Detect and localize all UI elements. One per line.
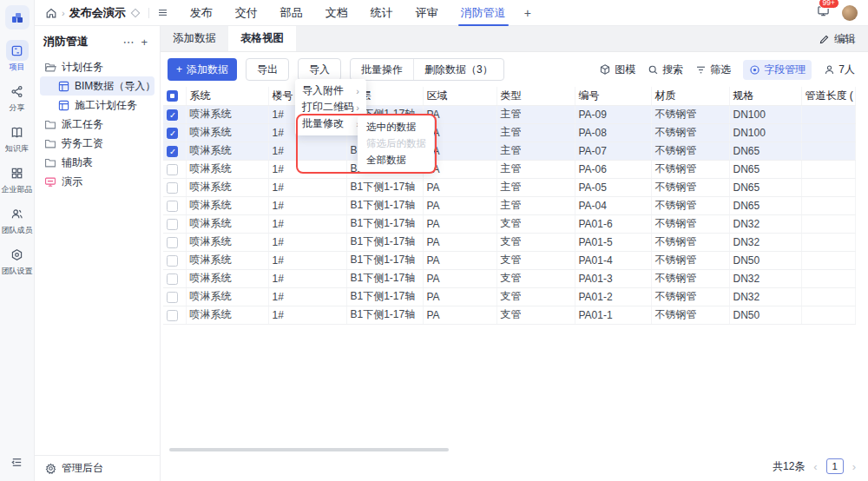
column-header-0[interactable]: 系统 <box>186 87 268 105</box>
tree-item-label: 派工任务 <box>62 117 103 132</box>
cell <box>801 105 855 123</box>
add-data-button[interactable]: + 添加数据 <box>168 58 237 81</box>
row-select-cell[interactable] <box>163 306 186 324</box>
top-nav-item-0[interactable]: 发布 <box>179 0 224 26</box>
tool-2[interactable]: 筛选 <box>695 63 731 77</box>
submenu-item-0[interactable]: 选中的数据 <box>358 119 434 135</box>
tool-1[interactable]: 搜索 <box>648 63 683 77</box>
rail-item-4[interactable]: 团队成员 <box>2 203 33 236</box>
column-header-8[interactable]: 管道长度 ( <box>801 87 855 105</box>
tree-item-1[interactable]: BIM数据（导入） <box>40 76 155 96</box>
row-checkbox[interactable] <box>167 182 178 194</box>
top-nav-item-2[interactable]: 部品 <box>269 0 314 26</box>
menu-item-0[interactable]: 导入附件› <box>295 82 366 99</box>
notification-button[interactable]: 99+ <box>817 4 830 21</box>
import-button[interactable]: 导入 <box>298 58 341 81</box>
next-page-button[interactable]: › <box>852 460 856 473</box>
column-header-7[interactable]: 规格 <box>729 87 801 105</box>
table-icon <box>58 100 69 111</box>
rail-item-label: 团队设置 <box>2 266 33 277</box>
row-checkbox[interactable] <box>167 146 178 157</box>
top-nav-item-3[interactable]: 文档 <box>314 0 359 26</box>
tree-item-5[interactable]: 辅助表 <box>40 153 155 172</box>
top-nav-item-6[interactable]: 消防管道 <box>450 0 517 26</box>
row-select-cell[interactable] <box>163 287 186 306</box>
app-logo[interactable] <box>5 5 30 30</box>
team-settings-icon <box>6 244 29 265</box>
total-count: 共12条 <box>773 459 805 474</box>
tree-item-4[interactable]: 劳务工资 <box>40 134 155 153</box>
rail-item-5[interactable]: 团队设置 <box>2 244 33 277</box>
add-module-button[interactable]: + <box>517 6 538 20</box>
row-checkbox[interactable] <box>167 164 178 175</box>
submenu-item-2[interactable]: 全部数据 <box>358 152 434 168</box>
export-button[interactable]: 导出 <box>246 58 289 81</box>
batch-operation-button[interactable]: 批量操作 <box>351 59 413 80</box>
sidebar-more-button[interactable]: ⋯ <box>119 36 137 49</box>
rail-item-3[interactable]: 企业部品 <box>2 162 33 195</box>
row-select-cell[interactable] <box>163 123 186 142</box>
row-select-cell[interactable] <box>163 233 186 251</box>
menu-item-2[interactable]: 批量修改› <box>295 115 366 132</box>
menu-item-1[interactable]: 打印二维码› <box>295 99 366 115</box>
tool-0[interactable]: 图模 <box>599 63 635 77</box>
row-select-cell[interactable] <box>163 142 186 160</box>
column-header-6[interactable]: 材质 <box>651 87 729 105</box>
tree-item-2[interactable]: 施工计划任务 <box>40 96 155 115</box>
select-all-checkbox[interactable] <box>167 90 178 102</box>
sidebar-add-button[interactable]: + <box>137 36 151 49</box>
page-number[interactable]: 1 <box>826 458 844 474</box>
row-checkbox[interactable] <box>167 292 178 303</box>
row-checkbox[interactable] <box>167 237 178 248</box>
project-name[interactable]: 发布会演示 <box>69 5 126 21</box>
row-select-cell[interactable] <box>163 196 186 214</box>
cell: PA-07 <box>575 142 651 160</box>
row-select-cell[interactable] <box>163 160 186 178</box>
top-nav-item-5[interactable]: 评审 <box>404 0 450 26</box>
horizontal-scrollbar[interactable] <box>169 448 449 451</box>
delete-data-button[interactable]: 删除数据（3） <box>413 59 503 80</box>
hamburger-icon[interactable] <box>157 7 168 18</box>
home-icon[interactable] <box>45 7 57 19</box>
row-checkbox[interactable] <box>167 310 178 321</box>
tool-3[interactable]: 字段管理 <box>743 60 812 80</box>
collapse-sidebar-button[interactable] <box>10 456 23 472</box>
rail-item-2[interactable]: 知识库 <box>5 122 29 155</box>
top-nav-item-1[interactable]: 交付 <box>224 0 269 26</box>
column-header-5[interactable]: 编号 <box>575 87 651 105</box>
prev-page-button[interactable]: ‹ <box>813 460 817 473</box>
tool-4[interactable]: 7人 <box>824 63 855 77</box>
row-checkbox[interactable] <box>167 273 178 285</box>
user-avatar[interactable] <box>842 5 858 21</box>
row-select-cell[interactable] <box>163 269 186 287</box>
edit-button[interactable]: 编辑 <box>819 26 856 52</box>
tree-item-6[interactable]: 演示 <box>40 172 155 191</box>
column-header-4[interactable]: 类型 <box>496 87 575 105</box>
row-checkbox[interactable] <box>167 255 178 267</box>
cell <box>801 160 855 178</box>
tab-1[interactable]: 表格视图 <box>228 26 296 51</box>
rail-item-0[interactable]: 项目 <box>6 40 29 73</box>
table-row-7: 喷淋系统1#B1下侧1-17轴PA支管PA01-5不锈钢管DN32 <box>163 233 855 251</box>
row-checkbox[interactable] <box>167 201 178 212</box>
cell: DN65 <box>729 196 801 214</box>
row-checkbox[interactable] <box>167 128 178 139</box>
select-all-cell[interactable] <box>163 87 186 105</box>
cell: 支管 <box>496 269 575 287</box>
column-header-3[interactable]: 区域 <box>423 87 496 105</box>
row-select-cell[interactable] <box>163 214 186 233</box>
row-select-cell[interactable] <box>163 251 186 269</box>
tab-0[interactable]: 添加数据 <box>161 26 228 51</box>
row-checkbox[interactable] <box>167 219 178 230</box>
row-select-cell[interactable] <box>163 178 186 196</box>
row-checkbox[interactable] <box>167 109 178 121</box>
rail-item-1[interactable]: 分享 <box>6 81 29 114</box>
tree-item-3[interactable]: 派工任务 <box>40 115 155 134</box>
top-nav-item-4[interactable]: 统计 <box>359 0 404 26</box>
admin-backend-button[interactable]: 管理后台 <box>35 455 160 481</box>
cell <box>801 196 855 214</box>
breadcrumb: › 发布会演示 <box>45 5 168 21</box>
project-switch-icon[interactable] <box>130 8 141 18</box>
tree-item-0[interactable]: 计划任务 <box>40 57 155 76</box>
row-select-cell[interactable] <box>163 105 186 123</box>
